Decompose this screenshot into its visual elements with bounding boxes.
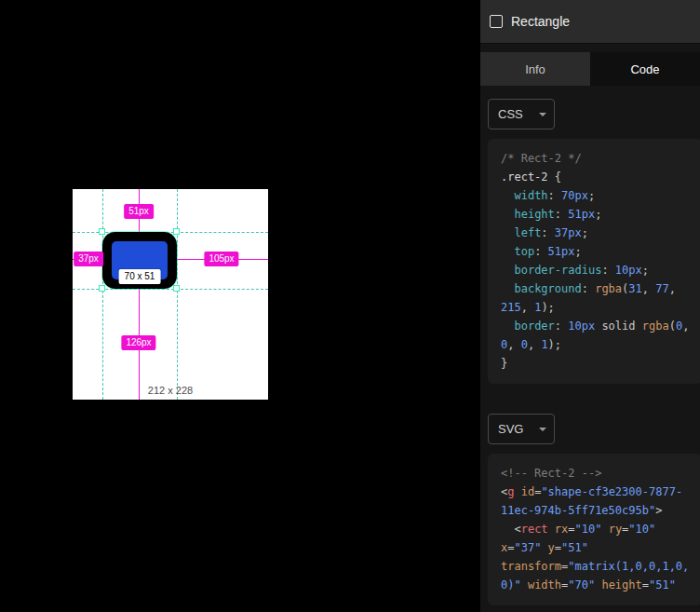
code-line: <!-- Rect-2 --> (501, 464, 693, 483)
artboard-size-label: 212 x 228 (73, 385, 268, 396)
tab-info[interactable]: Info (480, 52, 590, 86)
inspect-panel: Rectangle Info Code CSS /* Rect-2 */.rec… (480, 0, 700, 612)
tab-code[interactable]: Code (590, 52, 700, 86)
code-line: top: 51px; (501, 242, 693, 261)
code-line: <rect rx="10" ry="10" x="37" y="51" tran… (501, 520, 693, 594)
code-line: width: 70px; (501, 186, 693, 205)
svg-language-select-value: SVG (498, 422, 523, 436)
checkbox-icon[interactable] (490, 15, 503, 28)
code-line: height: 51px; (501, 205, 693, 224)
css-language-select[interactable]: CSS (488, 99, 555, 129)
selection-handle-bottom-right[interactable] (173, 285, 180, 292)
chevron-down-icon (539, 428, 546, 431)
selection-handle-top-right[interactable] (173, 228, 180, 235)
measurement-badge-right: 105px (204, 252, 238, 266)
panel-tabs: Info Code (480, 52, 700, 86)
selection-handle-top-left[interactable] (99, 228, 105, 235)
code-line: /* Rect-2 */ (501, 149, 693, 168)
canvas[interactable]: 51px 37px 105px 126px 70 x 51 212 x 228 (0, 0, 480, 612)
guide-shape-right (177, 189, 178, 400)
panel-header: Rectangle (480, 0, 700, 44)
chevron-down-icon (539, 113, 546, 116)
code-line: left: 37px; (501, 224, 693, 242)
code-line: background: rgba(31, 77, 215, 1); (501, 279, 693, 317)
selection-handle-bottom-left[interactable] (99, 285, 105, 292)
code-line: border-radius: 10px; (501, 261, 693, 279)
measure-line-vertical (139, 189, 140, 400)
svg-code-block: <!-- Rect-2 --><g id="shape-cf3e2300-787… (488, 454, 700, 605)
measurement-badge-left: 37px (74, 252, 103, 266)
measurement-badge-bottom: 126px (121, 335, 155, 350)
css-language-select-value: CSS (498, 107, 523, 121)
code-line: <g id="shape-cf3e2300-7877-11ec-974b-5ff… (501, 483, 693, 520)
panel-body: CSS /* Rect-2 */.rect-2 { width: 70px; h… (480, 99, 700, 605)
guide-shape-left (102, 189, 103, 400)
shape-size-badge: 70 x 51 (119, 269, 161, 284)
code-line: } (501, 354, 693, 373)
measurement-badge-top: 51px (124, 204, 154, 219)
css-code-block: /* Rect-2 */.rect-2 { width: 70px; heigh… (488, 139, 700, 384)
svg-language-select[interactable]: SVG (488, 414, 555, 444)
selected-shape-title: Rectangle (511, 14, 570, 29)
code-line: border: 10px solid rgba(0, 0, 0, 1); (501, 317, 693, 354)
code-line: .rect-2 { (501, 168, 693, 186)
